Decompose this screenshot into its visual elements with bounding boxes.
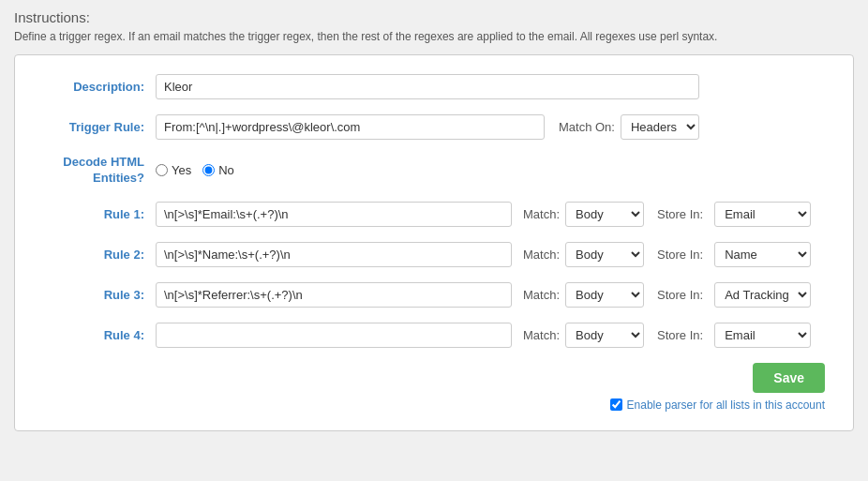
decode-no-radio[interactable] <box>202 164 215 176</box>
rule3-label: Rule 3: <box>34 288 156 302</box>
decode-html-row: Decode HTML Entities? Yes No <box>34 155 825 187</box>
rule2-store-select[interactable]: Email Name Ad Tracking First Name Last N… <box>714 242 811 267</box>
rule3-match-label: Match: <box>523 288 560 302</box>
rule4-input[interactable] <box>156 323 512 348</box>
rule3-row: Rule 3: Match: Body Headers Subject Stor… <box>34 282 825 308</box>
rule3-match-group: Match: Body Headers Subject Store In: Em… <box>523 282 811 308</box>
rule3-input[interactable] <box>156 282 512 308</box>
decode-html-label: Decode HTML Entities? <box>34 155 156 187</box>
instructions-text: Define a trigger regex. If an email matc… <box>14 30 854 43</box>
match-on-select[interactable]: Headers Body Subject <box>621 114 699 140</box>
enable-parser-label: Enable parser for all lists in this acco… <box>627 398 825 412</box>
decode-yes-label[interactable]: Yes <box>156 163 191 177</box>
rule1-match-label: Match: <box>523 207 560 221</box>
rule2-row: Rule 2: Match: Body Headers Subject Stor… <box>34 242 825 267</box>
rule1-label: Rule 1: <box>34 207 156 221</box>
rule4-match-select[interactable]: Body Headers Subject <box>565 323 644 348</box>
form-container: Description: Trigger Rule: Match On: Hea… <box>14 54 854 431</box>
rule2-match-group: Match: Body Headers Subject Store In: Em… <box>523 242 811 267</box>
rule1-match-group: Match: Body Headers Subject Store In: Em… <box>523 202 811 227</box>
rule1-store-in-label: Store In: <box>657 207 703 221</box>
trigger-rule-label: Trigger Rule: <box>34 120 156 134</box>
rule4-store-select[interactable]: Email Name Ad Tracking First Name Last N… <box>714 323 811 348</box>
trigger-rule-input[interactable] <box>156 114 545 140</box>
save-area: Save Enable parser for all lists in this… <box>34 363 825 412</box>
description-row: Description: <box>34 74 825 99</box>
trigger-rule-row: Trigger Rule: Match On: Headers Body Sub… <box>34 114 825 140</box>
rule1-input[interactable] <box>156 202 512 227</box>
rule3-store-in-label: Store In: <box>657 288 703 302</box>
rule4-match-label: Match: <box>523 328 560 342</box>
enable-parser-checkbox[interactable] <box>610 398 622 411</box>
rule2-match-select[interactable]: Body Headers Subject <box>565 242 644 267</box>
match-on-label: Match On: <box>559 120 615 134</box>
description-input[interactable] <box>156 74 699 99</box>
rule4-store-in-label: Store In: <box>657 328 703 342</box>
decode-radio-group: Yes No <box>156 163 234 177</box>
rule2-store-in-label: Store In: <box>657 248 703 262</box>
rule4-match-group: Match: Body Headers Subject Store In: Em… <box>523 323 811 348</box>
rule2-label: Rule 2: <box>34 248 156 262</box>
rule1-row: Rule 1: Match: Body Headers Subject Stor… <box>34 202 825 227</box>
rule2-input[interactable] <box>156 242 512 267</box>
page: Instructions: Define a trigger regex. If… <box>0 0 868 481</box>
instructions-title: Instructions: <box>14 9 854 25</box>
enable-parser-row: Enable parser for all lists in this acco… <box>610 398 825 412</box>
decode-yes-radio[interactable] <box>156 164 168 176</box>
match-on-group: Match On: Headers Body Subject <box>559 114 699 140</box>
decode-no-label[interactable]: No <box>202 163 234 177</box>
rule1-match-select[interactable]: Body Headers Subject <box>565 202 644 227</box>
rule1-store-select[interactable]: Email Name Ad Tracking First Name Last N… <box>714 202 811 227</box>
save-button[interactable]: Save <box>753 363 825 393</box>
description-label: Description: <box>34 80 156 94</box>
rule3-match-select[interactable]: Body Headers Subject <box>565 282 644 308</box>
rule3-store-select[interactable]: Email Name Ad Tracking First Name Last N… <box>714 282 811 308</box>
rule2-match-label: Match: <box>523 248 560 262</box>
rule4-row: Rule 4: Match: Body Headers Subject Stor… <box>34 323 825 348</box>
rule4-label: Rule 4: <box>34 328 156 342</box>
